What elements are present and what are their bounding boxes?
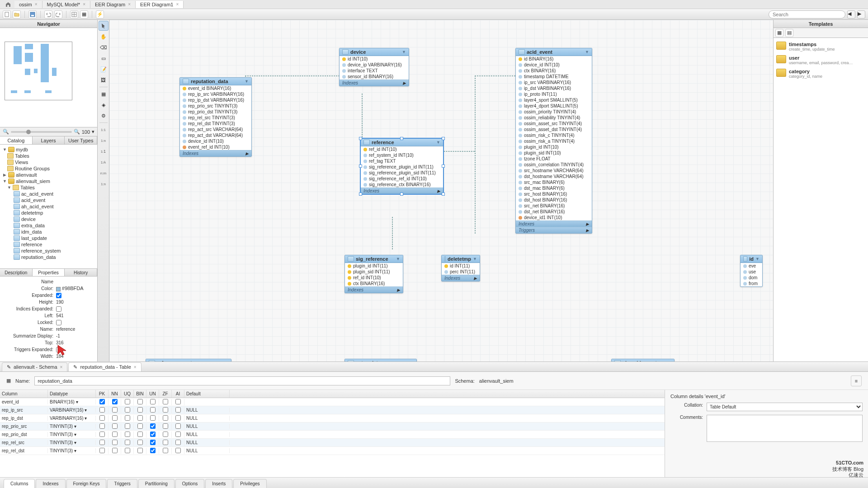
entity-column[interactable]: ip_src VARBINARY(16) [516,80,592,85]
new-doc-button[interactable] [3,10,11,19]
search-prev-button[interactable]: ◀ [847,10,855,19]
tree-schema[interactable]: ▼mydb [1,146,96,153]
entity-column[interactable]: src_host BINARY(16) [516,191,592,197]
flag-checkbox[interactable] [99,432,105,437]
entity-column[interactable]: from [741,281,762,286]
entity-column[interactable]: sig_reference_plugin_sid INT(11) [361,170,443,176]
tree-schema[interactable]: ▼alienvault_siem [1,178,96,184]
entity-column[interactable]: ossim_asset_dst TINYINT(4) [516,127,592,132]
undo-button[interactable] [44,10,52,19]
flag-checkbox[interactable] [163,448,168,453]
entity-footer[interactable]: Indexes▶ [442,275,480,281]
zoom-in-icon[interactable]: 🔍 [74,129,80,135]
collation-select[interactable]: Table Default [707,403,863,411]
collapse-icon[interactable]: ▼ [224,361,228,361]
collapse-icon[interactable]: ▼ [585,50,589,54]
tab-user-types[interactable]: User Types [65,136,97,144]
entity-column[interactable]: ctx BINARY(16) [516,68,592,74]
template-item[interactable]: categorycategory_id, name [775,67,866,80]
table-row[interactable]: rep_prio_dstTINYINT(3) ▾NULL [0,431,665,439]
flag-checkbox[interactable] [99,407,105,413]
hand-tool[interactable]: ✋ [99,32,108,42]
tab-mysql-model[interactable]: MySQL Model*× [42,1,90,8]
table-row[interactable]: rep_ip_srcVARBINARY(16) ▾NULL [0,406,665,414]
table-name-input[interactable] [34,376,450,385]
prop-checkbox[interactable] [56,347,61,352]
flag-checkbox[interactable] [112,407,118,413]
grid-header[interactable]: AI [172,390,184,398]
prop-value[interactable]: -1 [56,333,60,338]
prop-value[interactable]: reference [56,327,75,332]
entity-column[interactable]: layer4_sport SMALLINT(5) [516,97,592,103]
tree-folder[interactable]: Views [1,159,96,165]
entity-column[interactable]: dst_hostname VARCHAR(64) [516,174,592,179]
tab-eer-diagram1[interactable]: EER Diagram1× [136,1,184,8]
tree-table[interactable]: device [1,216,96,222]
entity-column[interactable]: ossim_risk_a TINYINT(4) [516,138,592,144]
flag-checkbox[interactable] [125,407,130,413]
rel-11-tool[interactable]: 1:1 [99,125,108,135]
entity-column[interactable]: interface TEXT [340,68,409,74]
entity-column[interactable]: plugin_id INT(11) [345,263,403,269]
entity-column[interactable]: ossim_risk_c TINYINT(4) [516,132,592,138]
tree-table[interactable]: ac_acid_event [1,191,96,197]
grid-button[interactable] [70,10,78,19]
flag-checkbox[interactable] [112,423,118,429]
prop-checkbox[interactable] [56,320,61,325]
flag-checkbox[interactable] [125,399,130,404]
entity-column[interactable]: id BINARY(16) [516,56,592,62]
entity-ah-acid-event[interactable]: ah_acid_event▼ [611,359,675,361]
flag-checkbox[interactable] [163,415,168,421]
sub-tab-columns[interactable]: Columns [4,479,35,488]
flag-checkbox[interactable] [99,440,105,445]
grid-header[interactable]: UQ [121,390,134,398]
entity-column[interactable]: eve [741,263,762,269]
flag-checkbox[interactable] [137,407,143,413]
zoom-out-icon[interactable]: 🔍 [3,129,9,135]
entity-column[interactable]: ref_tag TEXT [361,158,443,164]
flag-checkbox[interactable] [150,399,156,404]
collapse-icon[interactable]: ▼ [402,50,406,54]
entity-column[interactable]: event_id BINARY(16) [180,85,251,91]
entity-column[interactable]: src_net BINARY(16) [516,203,592,209]
entity-device[interactable]: device▼id INT(10)device_ip VARBINARY(16)… [339,48,409,86]
entity-id[interactable]: id▼eveusedomfrom [740,255,763,287]
entity-column[interactable]: ossim_reliability TINYINT(4) [516,115,592,121]
tree-folder[interactable]: Tables [1,153,96,159]
entity-column[interactable]: sig_reference_ref_id INT(10) [361,176,443,182]
entity-column[interactable]: perc INT(11) [442,269,480,275]
collapse-icon[interactable]: ▼ [436,140,440,145]
collapse-icon[interactable]: ≡ [851,375,862,386]
entity-column[interactable]: ossim_correlation TINYINT(4) [516,162,592,168]
zoom-slider[interactable] [11,131,72,133]
flag-checkbox[interactable] [112,448,118,453]
flag-checkbox[interactable] [150,440,156,445]
grid-header[interactable]: PK [96,390,108,398]
grid-header[interactable]: BIN [134,390,146,398]
entity-column[interactable]: rep_ip_src VARBINARY(16) [180,91,251,97]
flag-checkbox[interactable] [175,399,181,404]
flag-checkbox[interactable] [125,448,130,453]
entity-column[interactable]: src_hostname VARCHAR(64) [516,168,592,174]
flag-checkbox[interactable] [175,448,181,453]
flag-checkbox[interactable] [163,423,168,429]
flag-checkbox[interactable] [137,432,143,437]
note-tool[interactable]: 📝 [99,64,108,74]
entity-column[interactable]: rep_act_src VARCHAR(64) [180,127,251,132]
entity-column[interactable]: rep_rel_src TINYINT(3) [180,115,251,121]
grid-header[interactable]: Column [0,390,48,398]
flag-checkbox[interactable] [125,432,130,437]
entity-column[interactable]: event_ref_id INT(10) [180,144,251,150]
close-icon[interactable]: × [128,2,131,7]
collapse-icon[interactable]: ▼ [755,257,760,261]
sub-tab-inserts[interactable]: Inserts [205,479,232,488]
flag-checkbox[interactable] [175,432,181,437]
flag-checkbox[interactable] [137,415,143,421]
flag-checkbox[interactable] [175,423,181,429]
entity-deletetmp[interactable]: deletetmp▼id INT(11)perc INT(11)Indexes▶ [441,255,480,282]
flag-checkbox[interactable] [150,407,156,413]
template-icon[interactable]: ▦ [775,29,783,37]
flag-checkbox[interactable] [137,423,143,429]
rel-1ni-tool[interactable]: 1:ṅ [99,157,108,167]
flag-checkbox[interactable] [125,415,130,421]
